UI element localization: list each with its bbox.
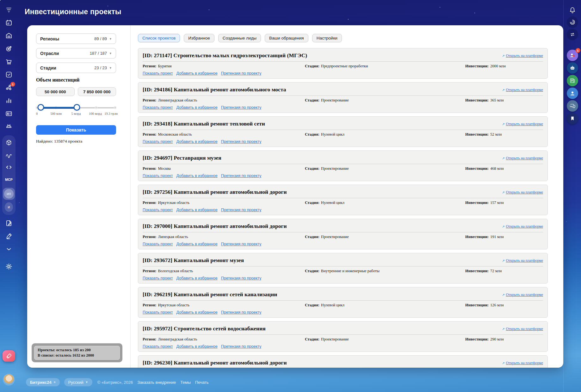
slider-handle-min[interactable] (38, 104, 44, 111)
sidebar-developer-button[interactable] (5, 163, 13, 171)
open-on-platform-link[interactable]: ↗ Открыть на платформе (502, 258, 543, 263)
tab-settings[interactable]: Настройки (312, 34, 342, 42)
sidebar-crm-button[interactable] (5, 45, 13, 53)
copilot-button[interactable] (567, 16, 578, 28)
industries-select[interactable]: Отрасли 187 / 187 ▼ (36, 48, 116, 58)
slider-handle-max[interactable] (74, 104, 80, 111)
show-project-link[interactable]: Показать проект (143, 71, 173, 76)
order-implementation-link[interactable]: Заказать внедрение (137, 380, 176, 385)
show-project-link[interactable]: Показать проект (143, 174, 173, 178)
sidebar-tasks-button[interactable] (5, 70, 13, 79)
open-on-platform-link[interactable]: ↗ Открыть на платформе (502, 327, 543, 331)
show-project-link[interactable]: Показать проект (143, 105, 173, 110)
open-on-platform-link[interactable]: ↗ Открыть на платформе (502, 190, 543, 195)
open-on-platform-link[interactable]: ↗ Открыть на платформе (502, 53, 543, 58)
sidebar-i-item[interactable]: и (5, 203, 13, 211)
chat-avatar[interactable] (567, 100, 578, 112)
claim-link[interactable]: Претензия по проекту (221, 174, 261, 178)
claim-link[interactable]: Претензия по проекту (221, 276, 261, 280)
slider-active-range (41, 107, 77, 109)
open-on-platform-link[interactable]: ↗ Открыть на платформе (502, 224, 543, 229)
assistant-person-icon (569, 52, 576, 59)
sidebar-sites-button[interactable] (5, 151, 13, 159)
stages-count: 23 / 23 (94, 65, 107, 70)
chevron-down-icon: ▼ (85, 381, 88, 384)
show-project-link[interactable]: Показать проект (143, 208, 173, 212)
project-title: [ID: 294186] Капитальный ремонт автомоби… (143, 86, 286, 93)
sidebar-network-button[interactable]: 1 (5, 83, 13, 92)
news-avatar[interactable] (567, 75, 578, 86)
sidebar-calendar-button[interactable] (5, 19, 13, 27)
claim-link[interactable]: Претензия по проекту (221, 105, 261, 110)
slider-label-500m: 500 млн (50, 112, 62, 115)
sidebar-feed-button[interactable] (5, 6, 13, 14)
themes-link[interactable]: Темы (180, 380, 191, 385)
sidebar-settings-button[interactable] (5, 262, 13, 271)
card-divider (143, 95, 543, 96)
persona-avatar[interactable] (567, 88, 578, 99)
sidebar-contacts-button[interactable] (5, 109, 13, 118)
sidebar-drive-button[interactable] (5, 32, 13, 40)
sidebar-analytics-button[interactable] (5, 96, 13, 105)
brand-label: Битрикс24 (30, 380, 52, 385)
sidebar-market-button[interactable] (5, 138, 13, 147)
sidebar-documents-button[interactable] (5, 219, 13, 227)
show-button[interactable]: Показать (36, 125, 116, 135)
investment-min-input[interactable]: 50 000 000 (36, 87, 75, 96)
open-on-platform-link[interactable]: ↗ Открыть на платформе (502, 361, 543, 365)
sidebar-mcp-button[interactable]: MCP (5, 175, 13, 184)
claim-link[interactable]: Претензия по проекту (221, 344, 261, 349)
add-favorite-link[interactable]: Добавить в избранное (176, 344, 218, 349)
right-sidebar: 1 (563, 0, 581, 392)
sidebar-assistant-button[interactable] (5, 122, 13, 131)
print-link[interactable]: Печать (195, 380, 209, 385)
project-region: Регион:Иркутская область (143, 303, 305, 308)
tab-favorites[interactable]: Избранное (184, 34, 214, 42)
show-project-link[interactable]: Показать проект (143, 310, 173, 315)
open-on-platform-link[interactable]: ↗ Открыть на платформе (502, 88, 543, 92)
claim-link[interactable]: Претензия по проекту (221, 71, 261, 76)
claim-link[interactable]: Претензия по проекту (221, 139, 261, 144)
add-favorite-link[interactable]: Добавить в избранное (176, 71, 218, 76)
bot-avatar[interactable] (567, 62, 578, 74)
add-favorite-link[interactable]: Добавить в избранное (176, 310, 218, 315)
sync-button[interactable] (567, 29, 578, 40)
add-favorite-link[interactable]: Добавить в избранное (176, 208, 218, 212)
show-project-link[interactable]: Показать проект (143, 242, 173, 246)
add-favorite-link[interactable]: Добавить в избранное (176, 174, 218, 178)
open-on-platform-link[interactable]: ↗ Открыть на платформе (502, 122, 543, 126)
investment-slider[interactable] (36, 104, 116, 112)
open-on-platform-link[interactable]: ↗ Открыть на платформе (502, 292, 543, 297)
tab-created-leads[interactable]: Созданные лиды (218, 34, 261, 42)
promo-rocket-button[interactable] (3, 350, 15, 362)
claim-link[interactable]: Претензия по проекту (221, 208, 261, 212)
open-on-platform-link[interactable]: ↗ Открыть на платформе (502, 156, 543, 161)
tab-your-requests[interactable]: Ваши обращения (265, 34, 308, 42)
sidebar-ip-active-item[interactable]: ип (3, 188, 15, 200)
stages-select[interactable]: Стадии 23 / 23 ▼ (36, 63, 116, 73)
sidebar-sign-button[interactable] (5, 232, 13, 240)
show-project-link[interactable]: Показать проект (143, 276, 173, 280)
add-favorite-link[interactable]: Добавить в избранное (176, 105, 218, 110)
user-avatar[interactable] (3, 374, 14, 385)
assistant-avatar[interactable]: 1 (567, 50, 578, 61)
project-card: [ID: 296219] Капитальный ремонт сетей ка… (138, 287, 548, 318)
tab-project-list[interactable]: Список проектов (138, 34, 180, 42)
bitrix-brand-button[interactable]: Битрикс24® (26, 378, 60, 386)
investment-max-input[interactable]: 7 850 000 000 (78, 87, 116, 96)
regions-select[interactable]: Регионы 89 / 89 ▼ (36, 34, 116, 44)
language-select[interactable]: Русский ▼ (64, 378, 92, 386)
add-favorite-link[interactable]: Добавить в избранное (176, 276, 218, 280)
bookmark-avatar[interactable] (567, 113, 578, 124)
filter-content-divider (130, 25, 131, 368)
sidebar-shop-button[interactable] (5, 58, 13, 66)
claim-link[interactable]: Претензия по проекту (221, 242, 261, 246)
show-project-link[interactable]: Показать проект (143, 139, 173, 144)
add-favorite-link[interactable]: Добавить в избранное (176, 242, 218, 246)
slider-label-0: 0 (36, 112, 38, 115)
sidebar-more-button[interactable] (5, 245, 13, 253)
add-favorite-link[interactable]: Добавить в избранное (176, 139, 218, 144)
notifications-button[interactable] (567, 4, 578, 16)
claim-link[interactable]: Претензия по проекту (221, 310, 261, 315)
show-project-link[interactable]: Показать проект (143, 344, 173, 349)
